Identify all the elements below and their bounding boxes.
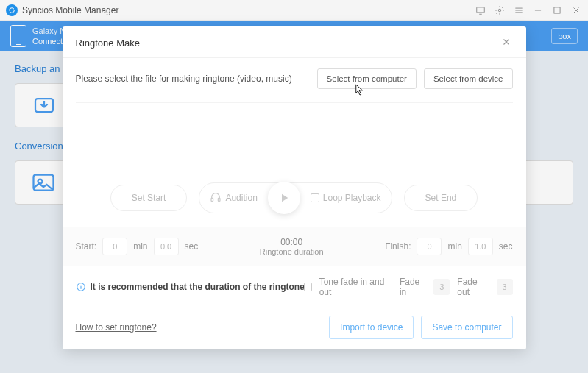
close-icon[interactable] [501,37,513,49]
loop-checkbox[interactable] [311,193,319,202]
sec-label-2: sec [499,241,513,252]
recommendation-text: It is recommended that the duration of t… [91,282,304,292]
dialog-footer: How to set ringtone? Import to device Sa… [76,305,513,339]
select-from-computer-button[interactable]: Select from computer [317,68,417,89]
fade-out-label: Fade out [457,277,489,297]
play-button[interactable] [268,182,300,214]
finish-label: Finish: [385,241,411,252]
set-end-button[interactable]: Set End [404,185,478,211]
tone-fade-label: Tone fade in and out [319,277,392,297]
fade-in-label: Fade in [400,277,427,297]
duration-value: 00:00 [260,237,324,247]
start-sec-input[interactable]: 0.0 [154,238,179,255]
recommendation-row: It is recommended that the duration of t… [76,266,513,305]
info-icon [76,282,86,292]
save-to-computer-button[interactable]: Save to computer [421,316,512,339]
dialog-title: Ringtone Make [76,38,140,49]
select-from-device-button[interactable]: Select from device [424,68,513,89]
start-time-group: Start: 0 min 0.0 sec [76,238,199,255]
dialog-header: Ringtone Make [63,26,526,58]
finish-min-input[interactable]: 0 [417,238,442,255]
loop-label: Loop Playback [323,193,381,203]
fade-in-input[interactable]: 3 [433,279,450,295]
fade-controls: Tone fade in and out Fade in 3 Fade out … [304,277,513,297]
audition-button[interactable]: Audition [210,191,257,205]
file-select-row: Please select the file for making ringto… [76,68,513,103]
file-prompt: Please select the file for making ringto… [76,74,292,84]
start-label: Start: [76,241,97,252]
recommendation-text-group: It is recommended that the duration of t… [76,282,304,292]
duration-display: 00:00 Ringtone duration [260,237,324,256]
ringtone-dialog: Ringtone Make Please select the file for… [63,26,526,349]
headphone-icon [210,191,222,205]
dialog-body: Please select the file for making ringto… [63,58,526,339]
playback-controls: Set Start Audition Loop Playback Set End [76,182,513,213]
sec-label-1: sec [185,241,199,252]
fade-out-input[interactable]: 3 [497,279,513,295]
center-controls: Audition Loop Playback [199,182,392,213]
finish-time-group: Finish: 0 min 1.0 sec [385,238,512,255]
loop-playback-toggle[interactable]: Loop Playback [311,193,381,203]
modal-overlay: Ringtone Make Please select the file for… [0,0,588,373]
min-label-2: min [447,241,461,252]
waveform-area [76,103,513,177]
finish-sec-input[interactable]: 1.0 [468,238,493,255]
tone-fade-checkbox[interactable] [304,283,312,291]
time-row: Start: 0 min 0.0 sec 00:00 Ringtone dura… [63,227,526,266]
svg-rect-6 [211,198,213,201]
min-label-1: min [133,241,147,252]
audition-label: Audition [225,193,257,203]
duration-label: Ringtone duration [260,247,324,256]
import-to-device-button[interactable]: Import to device [329,316,414,339]
start-min-input[interactable]: 0 [102,238,127,255]
how-to-link[interactable]: How to set ringtone? [76,322,157,333]
svg-rect-7 [219,198,221,201]
set-start-button[interactable]: Set Start [110,185,188,211]
